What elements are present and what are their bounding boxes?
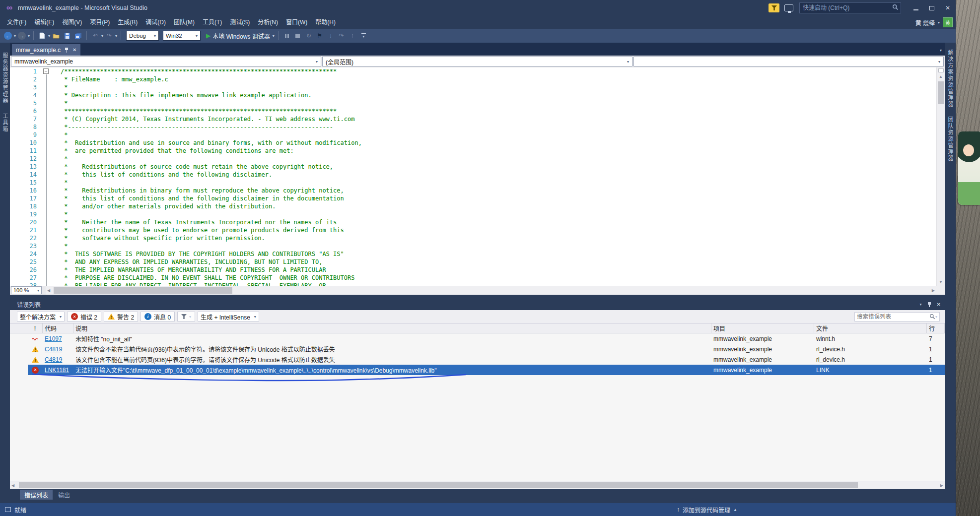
navigate-forward-dropdown-icon[interactable]: ▾ [28, 34, 30, 38]
toolbar-overflow-icon[interactable]: ▾ [361, 33, 366, 39]
panel-tab[interactable]: 输出 [54, 490, 74, 500]
step-over-icon[interactable]: ↷ [337, 31, 347, 41]
search-icon[interactable] [892, 4, 899, 12]
navigate-forward-icon[interactable]: → [17, 31, 27, 41]
scroll-up-icon[interactable]: ▲ [939, 73, 943, 80]
scroll-left-icon[interactable]: ◀ [11, 481, 14, 489]
error-code-link[interactable]: C4819 [45, 356, 62, 363]
project-dropdown[interactable]: mmwavelink_example▾ [11, 57, 321, 66]
collapse-region-button[interactable]: − [43, 68, 49, 74]
navigate-back-icon[interactable]: ← [3, 31, 13, 41]
code-editor[interactable]: 1−/*************************************… [10, 67, 945, 286]
document-tab[interactable]: mmw_example.c ✕ [12, 44, 80, 56]
side-tab[interactable]: 工具箱 [1, 113, 9, 132]
horizontal-scroll-thumb[interactable] [54, 287, 232, 294]
restart-icon[interactable]: ↻ [304, 31, 314, 41]
save-icon[interactable] [62, 31, 72, 41]
error-list-horizontal-scrollbar[interactable]: ◀ ▶ [10, 481, 945, 489]
editor-lines[interactable]: 1−/*************************************… [10, 67, 936, 286]
error-list-title-bar[interactable]: 错误列表 ▾ ✕ [10, 299, 945, 310]
quick-launch-box[interactable] [799, 2, 901, 13]
menu-item[interactable]: 生成(B) [114, 16, 141, 29]
error-row[interactable]: C4819该文件包含不能在当前代码页(936)中表示的字符。请将该文件保存为 U… [28, 354, 945, 365]
start-debugging-dropdown-icon[interactable]: ▾ [273, 34, 275, 38]
side-tab[interactable]: 团队资源管理器 [946, 117, 954, 162]
maximize-button[interactable] [924, 0, 940, 16]
solution-configuration-dropdown[interactable]: Debug▾ [126, 31, 159, 41]
user-name[interactable]: 黄 熳绎 [915, 18, 935, 27]
horizontal-scroll-thumb[interactable] [19, 482, 858, 488]
error-code-link[interactable]: E1097 [45, 335, 62, 342]
menu-item[interactable]: 项目(P) [86, 16, 114, 29]
pause-icon[interactable] [282, 31, 292, 41]
menu-item[interactable]: 团队(M) [170, 16, 199, 29]
save-all-icon[interactable] [73, 31, 83, 41]
editor-horizontal-scrollbar[interactable]: ◀ ▶ [46, 286, 936, 295]
file-column-header[interactable]: 文件 [814, 323, 927, 333]
undo-dropdown-icon[interactable]: ▾ [101, 34, 103, 38]
description-column-header[interactable]: 说明 [73, 323, 711, 333]
project-column-header[interactable]: 项目 [711, 323, 814, 333]
desktop-sticker[interactable] [958, 131, 980, 205]
filter-button[interactable]: ▾ [177, 312, 195, 322]
error-code-link[interactable]: LNK1181 [45, 367, 69, 374]
title-bar[interactable]: ∞ mmwavelink_example - Microsoft Visual … [0, 0, 956, 16]
side-tab[interactable]: 服务器资源管理器 [1, 53, 9, 104]
errors-filter-button[interactable]: ✕ 错误 2 [67, 312, 101, 322]
scroll-right-icon[interactable]: ▶ [932, 286, 935, 295]
redo-dropdown-icon[interactable]: ▾ [115, 34, 117, 38]
error-row[interactable]: E1097未知特性 "no_init_all"mmwavelink_exampl… [28, 333, 945, 344]
scope-filter-dropdown[interactable]: 整个解决方案▾ [17, 312, 65, 322]
line-column-header[interactable]: 行 [927, 323, 945, 333]
stop-icon[interactable] [293, 31, 303, 41]
new-file-dropdown-icon[interactable]: ▾ [48, 34, 50, 38]
close-tab-icon[interactable]: ✕ [72, 47, 76, 53]
pin-tab-icon[interactable] [64, 48, 69, 53]
undo-icon[interactable]: ↶ [90, 31, 100, 41]
messages-filter-button[interactable]: i 消息 0 [140, 312, 175, 322]
code-column-header[interactable]: 代码 [43, 323, 73, 333]
step-out-icon[interactable]: ↑ [348, 31, 357, 41]
editor-vertical-scrollbar[interactable]: ▲ ▼ [936, 67, 945, 286]
start-debugging-icon[interactable]: ▶ [206, 32, 210, 39]
add-to-source-control[interactable]: 添加到源代码管理 [683, 506, 730, 514]
source-control-expand-icon[interactable]: ▲ [733, 508, 737, 512]
menu-item[interactable]: 编辑(E) [30, 16, 58, 29]
menu-item[interactable]: 窗口(W) [282, 16, 311, 29]
warnings-filter-button[interactable]: 警告 2 [104, 312, 138, 322]
menu-item[interactable]: 文件(F) [3, 16, 30, 29]
zoom-dropdown[interactable]: 100 %▾ [11, 286, 42, 294]
error-row[interactable]: C4819该文件包含不能在当前代码页(936)中表示的字符。请将该文件保存为 U… [28, 344, 945, 354]
scroll-right-icon[interactable]: ▶ [940, 481, 943, 489]
navigate-back-dropdown-icon[interactable]: ▾ [14, 34, 16, 38]
window-position-dropdown-icon[interactable]: ▾ [920, 302, 922, 307]
user-avatar[interactable]: 黄 [943, 17, 953, 27]
menu-item[interactable]: 分析(N) [254, 16, 282, 29]
notifications-icon[interactable] [769, 3, 779, 12]
auto-hide-pin-icon[interactable] [927, 302, 932, 307]
severity-column-header[interactable]: ! [28, 323, 43, 333]
start-debugging-label[interactable]: 本地 Windows 调试器 [212, 32, 270, 40]
open-file-icon[interactable] [51, 31, 61, 41]
quick-launch-input[interactable] [803, 4, 892, 11]
minimize-button[interactable] [908, 0, 924, 16]
scroll-left-icon[interactable]: ◀ [47, 286, 50, 295]
solution-platform-dropdown[interactable]: Win32▾ [163, 31, 201, 41]
search-options-caret-icon[interactable]: ▾ [935, 315, 937, 319]
menu-item[interactable]: 测试(S) [226, 16, 254, 29]
search-icon[interactable] [929, 314, 935, 320]
vertical-scroll-track[interactable] [937, 80, 945, 279]
step-into-icon[interactable]: ↓ [326, 31, 336, 41]
vertical-scroll-thumb[interactable] [938, 81, 944, 104]
feedback-icon[interactable] [784, 4, 793, 11]
panel-tab[interactable]: 错误列表 [20, 490, 53, 500]
scroll-down-icon[interactable]: ▼ [939, 279, 943, 286]
source-filter-dropdown[interactable]: 生成 + IntelliSense▾ [198, 312, 259, 322]
split-window-handle[interactable] [938, 68, 944, 72]
panel-splitter[interactable] [10, 295, 945, 299]
redo-icon[interactable]: ↷ [104, 31, 114, 41]
error-list-search-input[interactable] [857, 314, 929, 320]
close-panel-icon[interactable]: ✕ [937, 302, 941, 307]
close-button[interactable]: ✕ [940, 0, 956, 16]
bookmark-flag-icon[interactable]: ⚑ [315, 31, 325, 41]
